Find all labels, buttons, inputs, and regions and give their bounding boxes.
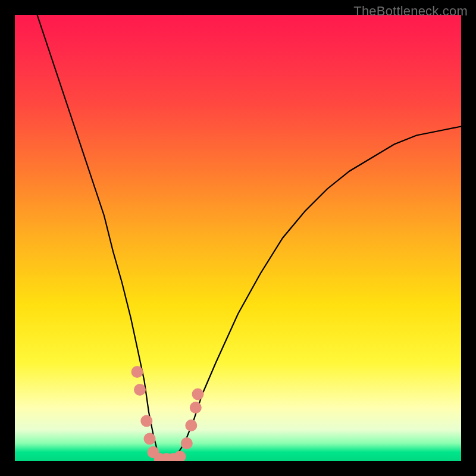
highlight-dot bbox=[174, 451, 186, 462]
highlight-dot bbox=[192, 389, 204, 400]
highlight-dot bbox=[185, 419, 197, 431]
highlighted-points-group bbox=[131, 366, 204, 461]
plot-area bbox=[15, 15, 461, 461]
highlight-dot bbox=[144, 433, 156, 445]
highlight-dot bbox=[181, 437, 193, 449]
highlight-dot bbox=[131, 366, 143, 378]
watermark-text: TheBottleneck.com bbox=[353, 4, 468, 19]
highlight-dot bbox=[140, 415, 152, 427]
chart-frame: TheBottleneck.com bbox=[0, 0, 476, 476]
chart-svg bbox=[15, 15, 461, 461]
highlight-dot bbox=[134, 384, 146, 396]
bottleneck-curve bbox=[37, 15, 462, 461]
highlight-dot bbox=[190, 402, 202, 414]
